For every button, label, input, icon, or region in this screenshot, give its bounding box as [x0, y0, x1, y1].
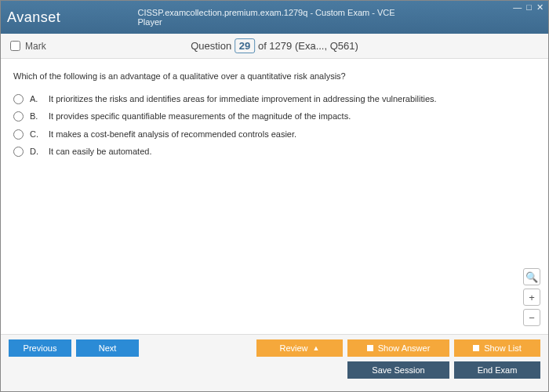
- mark-label: Mark: [25, 41, 46, 52]
- maximize-icon[interactable]: □: [526, 2, 532, 13]
- logo-part1: Avan: [7, 9, 41, 25]
- option-b[interactable]: B. It provides specific quantifiable mea…: [13, 110, 536, 123]
- mark-checkbox-row[interactable]: Mark: [10, 41, 46, 52]
- question-header: Mark Question 29 of 1279 (Exa..., Q561): [1, 34, 548, 59]
- option-a[interactable]: A. It prioritizes the risks and identifi…: [13, 93, 536, 106]
- option-text: It makes a cost-benefit analysis of reco…: [49, 128, 296, 141]
- window-title: CISSP.examcollection.premium.exam.1279q …: [138, 8, 412, 27]
- option-letter: C.: [30, 128, 42, 141]
- next-button[interactable]: Next: [76, 339, 139, 357]
- zoom-controls: 🔍 + −: [523, 268, 540, 326]
- chevron-up-icon: ▲: [313, 344, 320, 352]
- question-of-text: of 1279 (Exa..., Q561): [255, 40, 358, 52]
- option-letter: B.: [30, 110, 42, 123]
- mark-checkbox[interactable]: [10, 41, 20, 51]
- option-text: It provides specific quantifiable measur…: [49, 110, 351, 123]
- window-controls: — □ ✕: [513, 2, 544, 13]
- option-letter: D.: [30, 145, 42, 158]
- question-text: Which of the following is an advantage o…: [13, 70, 536, 83]
- show-list-button[interactable]: Show List: [454, 339, 540, 357]
- zoom-reset-icon[interactable]: 🔍: [523, 268, 540, 285]
- footer-row-1: Previous Next Review ▲ Show Answer Show …: [9, 339, 540, 357]
- review-button[interactable]: Review ▲: [256, 339, 343, 357]
- review-label: Review: [280, 343, 308, 353]
- question-number-box: 29: [235, 38, 255, 53]
- minimize-icon[interactable]: —: [513, 2, 522, 13]
- option-text: It prioritizes the risks and identifies …: [49, 93, 437, 106]
- titlebar: Avanset CISSP.examcollection.premium.exa…: [1, 1, 548, 34]
- zoom-in-icon[interactable]: +: [523, 289, 540, 306]
- option-c[interactable]: C. It makes a cost-benefit analysis of r…: [13, 128, 536, 141]
- question-label: Question: [191, 40, 231, 52]
- question-counter: Question 29 of 1279 (Exa..., Q561): [191, 40, 358, 52]
- square-icon: [473, 345, 479, 351]
- options-list: A. It prioritizes the risks and identifi…: [13, 93, 536, 158]
- show-answer-button[interactable]: Show Answer: [347, 339, 449, 357]
- show-answer-label: Show Answer: [378, 343, 431, 353]
- radio-d[interactable]: [13, 147, 24, 157]
- end-exam-button[interactable]: End Exam: [454, 361, 540, 379]
- app-logo: Avanset: [7, 9, 60, 26]
- save-session-button[interactable]: Save Session: [347, 361, 449, 379]
- content-area: Which of the following is an advantage o…: [1, 59, 548, 334]
- radio-c[interactable]: [13, 129, 24, 140]
- option-d[interactable]: D. It can easily be automated.: [13, 145, 536, 158]
- logo-part2: set: [41, 9, 61, 25]
- close-icon[interactable]: ✕: [536, 2, 544, 13]
- radio-b[interactable]: [13, 111, 24, 122]
- option-letter: A.: [30, 93, 42, 106]
- square-icon: [367, 345, 373, 351]
- option-text: It can easily be automated.: [49, 145, 151, 158]
- footer: Previous Next Review ▲ Show Answer Show …: [1, 334, 548, 391]
- show-list-label: Show List: [484, 343, 522, 353]
- footer-row-2: Save Session End Exam: [9, 361, 540, 379]
- zoom-out-icon[interactable]: −: [523, 309, 540, 326]
- previous-button[interactable]: Previous: [9, 339, 71, 357]
- radio-a[interactable]: [13, 94, 24, 104]
